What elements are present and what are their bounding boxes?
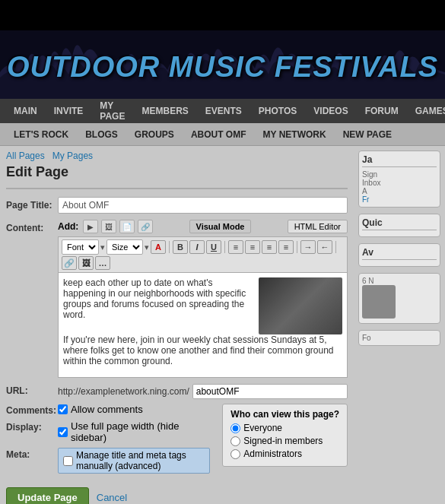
breadcrumb: All Pages My Pages [6, 151, 348, 161]
underline-btn[interactable]: U [206, 240, 221, 254]
full-page-checkbox[interactable] [58, 427, 68, 437]
radio-signedin[interactable] [230, 436, 240, 446]
page-title-field [58, 197, 348, 214]
content-area: All Pages My Pages Edit Page Page Title:… [0, 146, 354, 504]
sidebar-nov-box: 6 N [358, 273, 440, 324]
sidebar-sign: Sign [362, 170, 437, 179]
sidebar-activity: A [362, 187, 437, 195]
page-title-input[interactable] [58, 197, 348, 214]
allow-comments-checkbox[interactable] [58, 404, 68, 414]
align-right-btn[interactable]: ≡ [262, 240, 277, 254]
bottom-options: Comments: Allow comments Display: Use fu… [6, 404, 348, 478]
nav-events[interactable]: EVENTS [198, 101, 250, 121]
header-banner: OUTDOOR MUSIC FESTIVALS [0, 0, 445, 99]
indent-btn[interactable]: → [300, 240, 316, 254]
meta-label: Meta: [6, 448, 58, 460]
visibility-admins: Administrators [230, 449, 339, 459]
radio-admins[interactable] [230, 449, 240, 459]
nav-mynetwork[interactable]: MY NETWORK [256, 125, 334, 144]
link-btn[interactable]: 🔗 [62, 256, 77, 270]
nav-invite[interactable]: INVITE [46, 101, 91, 121]
content-label: Content: [6, 220, 58, 233]
content-field: Add: ▶ 🖼 📄 🔗 Visual Mode HTML Editor Fon… [58, 220, 348, 378]
bottom-actions: Update Page Cancel [6, 487, 348, 504]
nav-main[interactable]: MAIN [6, 101, 45, 121]
sidebar-quick-title: Quic [362, 217, 437, 230]
url-label: URL: [6, 384, 58, 396]
nav-letsrock[interactable]: LET'S ROCK [6, 125, 76, 144]
font-select[interactable]: Font [62, 239, 99, 255]
add-link-icon[interactable]: 🔗 [138, 220, 153, 233]
add-file-icon[interactable]: 📄 [119, 220, 135, 233]
italic-btn[interactable]: I [189, 240, 205, 254]
html-editor-btn[interactable]: HTML Editor [288, 220, 348, 233]
more-btn[interactable]: … [95, 256, 110, 270]
sidebar: Ja Sign Inbox A Fr Quic Av 6 N Fo [354, 146, 445, 504]
url-input[interactable] [192, 384, 348, 399]
align-left-btn[interactable]: ≡ [228, 240, 243, 254]
sidebar-nov-text: 6 N [362, 277, 437, 285]
form-separator [6, 188, 348, 189]
update-page-button[interactable]: Update Page [6, 487, 89, 504]
site-title: OUTDOOR MUSIC FESTIVALS [0, 51, 445, 84]
url-field: http://examplenetwork.ning.com/ [58, 384, 348, 399]
sidebar-friends[interactable]: Fr [362, 195, 437, 204]
outdent-btn[interactable]: ← [317, 240, 332, 254]
size-select[interactable]: Size [106, 239, 143, 255]
meta-row: Meta: Manage title and meta tags manuall… [6, 448, 210, 474]
visibility-box: Who can view this page? Everyone Signed-… [222, 404, 348, 467]
meta-checkbox[interactable] [63, 456, 73, 466]
sidebar-forum-text: Fo [362, 334, 437, 342]
sidebar-inbox: Inbox [362, 179, 437, 187]
nav-videos[interactable]: VIDEOS [306, 101, 355, 121]
display-field: Use full page width (hide sidebar) [58, 420, 210, 443]
cancel-link[interactable]: Cancel [97, 492, 127, 503]
sidebar-avatar [362, 285, 396, 319]
add-label: Add: [58, 221, 78, 232]
nav-newpage[interactable]: NEW PAGE [335, 125, 399, 144]
meta-text: Manage title and meta tags manually (adv… [76, 450, 205, 471]
align-center-btn[interactable]: ≡ [245, 240, 260, 254]
sidebar-available-box: Av [358, 243, 440, 267]
breadcrumb-my-pages[interactable]: My Pages [52, 151, 93, 161]
nav-blogs[interactable]: BLOGS [78, 125, 126, 144]
image-btn[interactable]: 🖼 [78, 256, 94, 270]
left-options: Comments: Allow comments Display: Use fu… [6, 404, 210, 478]
visual-mode-btn[interactable]: Visual Mode [189, 220, 252, 233]
signedin-label: Signed-in members [243, 436, 323, 446]
nav-mypage[interactable]: MY PAGE [92, 96, 132, 126]
visibility-title: Who can view this page? [230, 409, 339, 420]
sidebar-available-title: Av [362, 247, 437, 260]
nav-aboutomf[interactable]: ABOUT OMF [183, 125, 254, 144]
allow-comments-text: Allow comments [71, 404, 143, 415]
bold-btn[interactable]: B [173, 240, 188, 254]
comments-field: Allow comments [58, 404, 210, 415]
editor-body[interactable]: keep each other up to date on what's hap… [58, 272, 348, 378]
add-video-icon[interactable]: ▶ [83, 220, 98, 233]
editor-add-bar: Add: ▶ 🖼 📄 🔗 Visual Mode HTML Editor [58, 220, 348, 233]
sidebar-quick-box: Quic [358, 214, 440, 237]
radio-everyone[interactable] [230, 423, 240, 433]
page-title-row: Page Title: [6, 197, 348, 214]
sidebar-jan-box: Ja Sign Inbox A Fr [358, 151, 440, 208]
sidebar-jan-title: Ja [362, 154, 437, 167]
nav-forum[interactable]: FORUM [358, 101, 406, 121]
display-row: Display: Use full page width (hide sideb… [6, 420, 210, 443]
display-label: Display: [6, 420, 58, 433]
align-justify-btn[interactable]: ≡ [278, 240, 294, 254]
add-image-icon[interactable]: 🖼 [101, 220, 116, 233]
sidebar-forum-box: Fo [358, 330, 440, 346]
editor-toolbar: Font ▾ Size ▾ A B I U ≡ ≡ ≡ ≡ [58, 236, 348, 272]
content-row: Content: Add: ▶ 🖼 📄 🔗 Visual Mode HTML E… [6, 220, 348, 378]
text-color-btn[interactable]: A [151, 240, 166, 254]
nav-photos[interactable]: PHOTOS [251, 101, 304, 121]
comments-row: Comments: Allow comments [6, 404, 210, 416]
everyone-label: Everyone [243, 423, 282, 433]
nav-games[interactable]: GAMES [408, 101, 445, 121]
editor-image [259, 277, 342, 334]
nav-groups[interactable]: GROUPS [127, 125, 182, 144]
breadcrumb-all-pages[interactable]: All Pages [6, 151, 45, 161]
nav-members[interactable]: MEMBERS [134, 101, 195, 121]
secondary-nav: LET'S ROCK BLOGS GROUPS ABOUT OMF MY NET… [0, 123, 445, 146]
url-prefix: http://examplenetwork.ning.com/ [58, 386, 189, 397]
